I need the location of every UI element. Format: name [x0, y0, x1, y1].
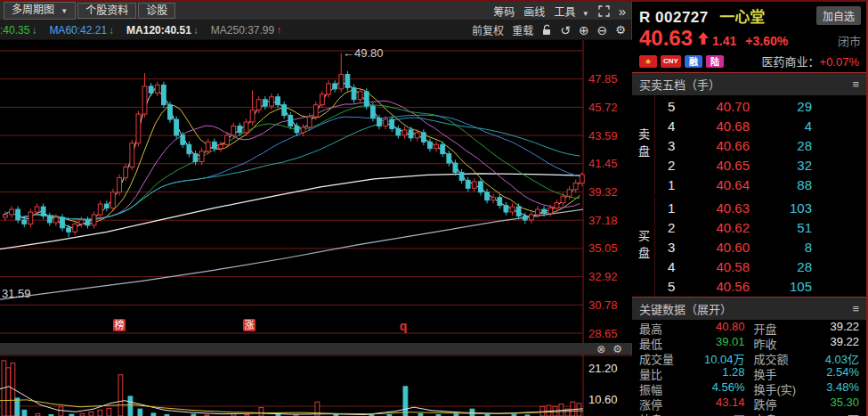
draw-line-button[interactable]: 画线: [523, 4, 545, 19]
candle-down: [516, 207, 521, 216]
stock-badges-row: ★ CNY 融 陆 医药商业：+0.07%: [632, 51, 866, 72]
menu-icon[interactable]: ≡: [852, 77, 859, 91]
candle-up: [124, 167, 128, 178]
sell-side-label: 卖盘: [632, 95, 655, 195]
stock-name: 一心堂: [719, 9, 765, 26]
y-axis-label: 41.45: [588, 157, 618, 170]
candle-up: [250, 110, 255, 122]
ma-legend-bar: :40.35↓MA60:42.21↓MA120:40.51↓MA250:37.9…: [0, 20, 631, 40]
market-status: 闭市: [838, 32, 861, 49]
period-dropdown-label: 多周期图: [12, 4, 54, 16]
more-panels-button[interactable]: »: [619, 4, 626, 19]
candle-down: [22, 220, 27, 224]
key-data-row: 量比1.28 换手2.54%: [639, 366, 859, 381]
tools-dropdown-button[interactable]: 工具 ▼: [554, 4, 588, 19]
bid-row[interactable]: 5 40.56 105: [655, 276, 866, 296]
candle-up: [567, 190, 572, 196]
volume: 29: [750, 99, 812, 114]
undo-icon[interactable]: ↺: [560, 23, 571, 37]
volume: 88: [750, 177, 812, 192]
event-marker-text: 榜: [115, 319, 125, 330]
candle-up: [28, 212, 33, 224]
up-arrow-icon: [698, 32, 709, 45]
toolbar-left-group: 多周期图 ▼ 个股资料 诊股: [4, 2, 175, 20]
candle-up: [555, 203, 559, 208]
vol-bar-down: [138, 409, 142, 416]
main-candlestick-chart[interactable]: 47.8545.7243.5941.4539.3237.1835.0532.92…: [0, 40, 632, 343]
period-dropdown-button[interactable]: 多周期图 ▼: [4, 2, 76, 20]
vol-bar-down: [403, 387, 408, 416]
industry-link[interactable]: 医药商业：+0.07%: [762, 53, 859, 69]
ma-yellow-line: [4, 88, 580, 224]
chevron-down-icon: ▼: [61, 7, 68, 15]
zoom-out-icon[interactable]: ⊖: [597, 23, 608, 37]
ask-row[interactable]: 5 40.70 29: [655, 96, 866, 116]
candle-down: [104, 204, 109, 208]
chips-button[interactable]: 筹码: [493, 4, 515, 19]
candle-up: [225, 135, 230, 144]
ma-legend: :40.35↓MA60:42.21↓MA120:40.51↓MA250:37.9…: [0, 24, 281, 37]
ma120-line: [0, 174, 583, 249]
candle-down: [47, 216, 52, 222]
volume-pane[interactable]: 21.2010.60: [0, 355, 632, 416]
candlestick-svg[interactable]: 47.8545.7243.5941.4539.3237.1835.0532.92…: [0, 40, 632, 343]
reload-button[interactable]: 重载: [512, 22, 533, 37]
price-change-pct: +3.60%: [745, 34, 788, 48]
key-data-row: 外盘5.92万 内盘4.12万: [639, 412, 859, 416]
level: 2: [655, 158, 685, 173]
candle-down: [345, 74, 350, 87]
ask-row[interactable]: 4 40.68 4: [655, 116, 866, 135]
bid-row[interactable]: 4 40.58 28: [655, 257, 866, 276]
level: 5: [655, 279, 685, 294]
volume: 4: [750, 118, 812, 134]
bid-row[interactable]: 2 40.62 51: [655, 217, 866, 237]
ask-row[interactable]: 3 40.66 28: [655, 135, 866, 155]
stock-connect-badge[interactable]: 陆: [706, 55, 724, 68]
settings-gear-icon[interactable]: ⚙: [615, 23, 626, 37]
zoom-in-icon[interactable]: ⊕: [579, 23, 589, 37]
vol-bar-down: [128, 396, 133, 416]
price: 40.62: [685, 220, 750, 235]
menu-icon[interactable]: ≡: [852, 302, 859, 315]
candle-up: [79, 220, 84, 224]
vol-axis-label: 21.20: [588, 362, 618, 375]
candle-down: [282, 105, 287, 116]
stock-info-button[interactable]: 个股资料: [77, 3, 136, 19]
candle-up: [199, 151, 204, 162]
key-data-header[interactable]: 关键数据（展开） ≡: [632, 297, 866, 320]
candle-down: [295, 126, 299, 132]
pane-settings-gear-icon[interactable]: ⚙: [612, 343, 622, 355]
top-toolbar: 多周期图 ▼ 个股资料 诊股 筹码 画线 工具 ▼ »: [0, 2, 631, 20]
fullscreen-icon[interactable]: [598, 5, 610, 17]
candle-up: [548, 208, 553, 214]
volume: 8: [750, 240, 812, 255]
candle-up: [270, 97, 274, 106]
candle-down: [479, 182, 483, 192]
candle-down: [523, 216, 527, 219]
ma-legend-item: MA250:37.99↑: [211, 24, 281, 37]
bid-row[interactable]: 3 40.60 8: [655, 237, 866, 257]
candle-down: [288, 116, 293, 126]
diagnose-button[interactable]: 诊股: [138, 3, 175, 19]
kv-label: 内盘: [754, 411, 777, 416]
price: 40.68: [685, 118, 750, 134]
candle-up: [536, 209, 540, 215]
y-axis-label: 39.32: [588, 185, 618, 199]
candle-up: [231, 126, 236, 135]
ask-row[interactable]: 2 40.65 32: [655, 155, 866, 175]
candle-down: [421, 133, 426, 142]
forward-adjust-button[interactable]: 前复权: [472, 22, 504, 37]
cny-badge[interactable]: CNY: [661, 55, 681, 68]
price: 40.60: [685, 240, 750, 255]
order-book-header[interactable]: 买卖五档（手） ≡: [632, 72, 866, 95]
volume-svg[interactable]: 21.2010.60: [0, 355, 632, 416]
close-pane-icon[interactable]: ⊗: [596, 343, 605, 355]
volume: 51: [750, 220, 812, 235]
margin-badge[interactable]: 融: [685, 55, 702, 68]
ask-row[interactable]: 1 40.64 88: [655, 175, 866, 194]
bid-row[interactable]: 1 40.63 103: [655, 198, 866, 217]
cn-flag-icon: ★: [639, 55, 657, 68]
chevron-down-icon: ▼: [582, 10, 589, 18]
add-to-watchlist-button[interactable]: 加自选: [816, 6, 861, 25]
unlock-icon[interactable]: [541, 24, 552, 36]
